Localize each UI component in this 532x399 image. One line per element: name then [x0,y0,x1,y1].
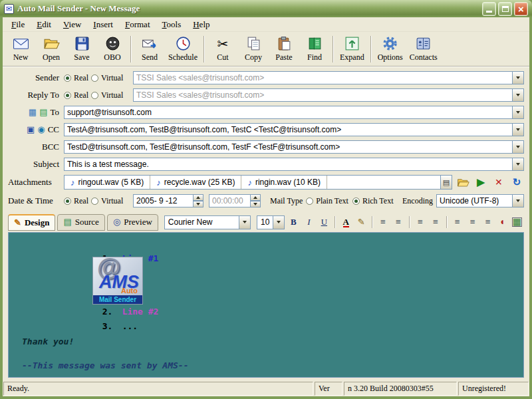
align-center-button[interactable]: ≡ [466,215,479,229]
time-spinner[interactable] [251,194,261,207]
globe-icon[interactable]: ◉ [37,125,45,134]
copy-button[interactable]: Copy [238,33,269,65]
contacts-button[interactable]: Contacts [406,33,441,65]
obo-button[interactable]: OBO [97,33,128,65]
font-color-button[interactable]: A [339,215,352,229]
sender-combo-dropdown[interactable] [513,71,524,84]
play-attachment-button[interactable]: ▶ [473,175,488,190]
sender-real-radio[interactable] [64,74,71,82]
save-small-icon[interactable]: ▣ [27,125,35,134]
reply-to-combo[interactable]: TSSI Sales <sales@trisunsoft.com> [133,88,513,102]
spell-check-button[interactable]: ◐ [497,215,510,229]
align-left-button[interactable]: ≡ [451,215,464,229]
to-dropdown[interactable] [513,106,524,119]
menu-help[interactable]: Help [187,18,215,31]
encoding-combo[interactable]: Unicode (UTF-8) [436,194,513,207]
spin-down-icon[interactable] [251,201,261,207]
bcc-dropdown[interactable] [513,140,524,154]
attachments-row: Attachments ♪ ringout.wav (5 KB) ♪ recyc… [8,173,524,192]
menu-tools[interactable]: Tools [156,18,188,31]
expand-button[interactable]: Expand [336,33,368,65]
menu-view[interactable]: View [57,18,87,31]
find-button[interactable]: Find [299,33,330,65]
cut-button[interactable]: ✂ Cut [207,33,238,65]
reply-virtual-radio[interactable] [91,92,98,99]
chevron-down-icon [516,76,520,79]
menu-edit[interactable]: Edit [31,18,57,31]
encoding-dropdown[interactable] [513,194,524,207]
tab-design[interactable]: ✎ Design [8,214,55,231]
spin-up-icon[interactable] [194,194,203,201]
new-button[interactable]: New [5,33,36,65]
send-button[interactable]: Send [134,33,165,65]
paste-button[interactable]: Paste [269,33,299,65]
attachments-list[interactable]: ♪ ringout.wav (5 KB) ♪ recycle.wav (25 K… [64,175,452,190]
add-attachment-button[interactable] [456,175,470,190]
bcc-input[interactable]: TestD@trisunsoft.com, TestE@trisunsoft.c… [64,140,513,154]
outdent-button[interactable]: ≡ [414,215,427,229]
menu-bar: File Edit View Insert Format Tools Help [3,17,529,32]
rich-text-radio[interactable] [352,198,360,205]
italic-button[interactable]: I [302,215,315,229]
maximize-button[interactable] [498,2,512,16]
numbered-list-button[interactable]: ≡ [376,215,390,229]
menu-insert[interactable]: Insert [87,18,119,31]
tab-source[interactable]: ▤ Source [57,214,104,231]
editor-canvas[interactable]: 1.Line #1 @ AMS Auto Mail Sender 2.Line … [8,232,524,378]
minimize-button[interactable] [482,2,496,16]
document-icon[interactable]: ▤ [39,108,47,117]
font-size-dropdown[interactable] [273,215,285,229]
indent-button[interactable]: ≡ [429,215,442,229]
bold-button[interactable]: B [287,215,300,229]
date-input[interactable]: 2005- 9 -12 [133,194,194,207]
sender-combo[interactable]: TSSI Sales <sales@trisunsoft.com> [133,71,513,84]
attachment-item[interactable]: ♪ recycle.wav (25 KB) [150,176,241,189]
to-input[interactable]: support@trisunsoft.com [64,106,513,119]
subject-dropdown[interactable] [513,158,524,171]
save-button[interactable]: Save [66,33,97,65]
reply-real-radio[interactable] [64,92,71,99]
obo-mask-icon [104,35,121,52]
font-size-combo[interactable]: 10 [257,215,285,229]
bcc-label: BCC [42,142,59,152]
title-bar[interactable]: ✉ Auto Mail Sender - New Message × [0,0,532,17]
tab-preview[interactable]: ◎ Preview [107,214,158,231]
font-family-combo[interactable]: Courier New [164,215,251,229]
audio-file-icon: ♪ [70,178,75,188]
attachment-item[interactable]: ♪ ringout.wav (5 KB) [65,176,150,189]
attachment-grid-button[interactable]: ▤ [440,176,452,189]
underline-button[interactable]: U [317,215,331,229]
time-input[interactable]: 00:00:00 [209,194,251,207]
sender-virtual-radio[interactable] [91,74,98,82]
chevron-down-icon [516,163,520,166]
bullet-list-button[interactable]: ≡ [392,215,405,229]
datetime-virtual-radio[interactable] [91,198,98,205]
datetime-real-radio[interactable] [64,198,71,205]
options-button[interactable]: Options [374,33,406,65]
date-spinner[interactable] [194,194,203,207]
subject-input[interactable]: This is a test message. [64,158,513,171]
cc-input[interactable]: TestA@trisunsoft.com, TestB@trisunsoft.c… [64,123,513,136]
copy-icon [245,35,262,52]
app-window: ✉ Auto Mail Sender - New Message × File … [0,0,532,399]
chevron-down-icon [516,128,520,131]
attachment-item[interactable]: ♪ ringin.wav (10 KB) [241,176,327,189]
open-button[interactable]: Open [36,33,66,65]
cc-dropdown[interactable] [513,123,524,136]
refresh-attachments-button[interactable]: ↻ [509,175,524,190]
close-button[interactable]: × [514,2,528,16]
plain-text-radio[interactable] [306,198,313,205]
address-card-icon[interactable]: ▦ [29,108,37,117]
insert-image-button[interactable]: ▦ [510,215,524,229]
reply-to-combo-dropdown[interactable] [513,88,524,102]
spin-down-icon[interactable] [194,201,203,207]
schedule-button[interactable]: Schedule [165,33,201,65]
font-family-dropdown[interactable] [239,215,251,229]
highlight-button[interactable]: ✎ [354,215,368,229]
spin-up-icon[interactable] [251,194,261,201]
menu-file[interactable]: File [5,18,31,31]
menu-format[interactable]: Format [119,18,156,31]
auto-text: Auto [121,287,138,295]
align-right-button[interactable]: ≡ [481,215,495,229]
delete-attachment-button[interactable]: × [491,175,506,190]
